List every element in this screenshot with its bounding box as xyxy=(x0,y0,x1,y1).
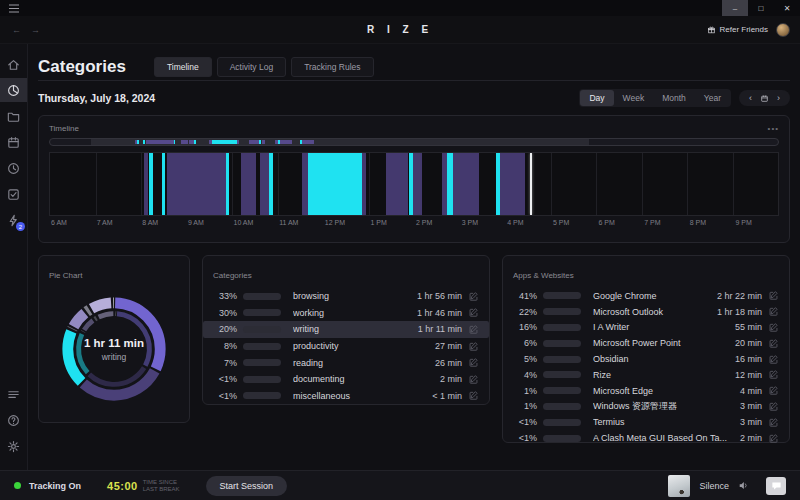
timeline-menu-button[interactable]: ••• xyxy=(768,124,779,133)
edit-icon[interactable] xyxy=(768,290,779,301)
sidebar-item-home[interactable] xyxy=(0,52,27,76)
hour-label: 9 PM xyxy=(733,219,751,226)
app-row[interactable]: <1%A Clash Meta GUI Based On Ta...2 min xyxy=(513,430,779,446)
tab-bar: TimelineActivity LogTracking Rules xyxy=(154,57,374,77)
activity-segment xyxy=(167,153,226,215)
refer-friends-button[interactable]: Refer Friends xyxy=(707,25,768,35)
sidebar-item-zap[interactable]: 2 xyxy=(0,208,27,232)
edit-icon[interactable] xyxy=(468,307,479,318)
duration-label: 1 hr 18 min xyxy=(717,307,762,317)
sidebar-item-menu-lines[interactable] xyxy=(0,382,27,406)
category-row[interactable]: 30%working1 hr 46 min xyxy=(213,305,479,322)
usage-bar xyxy=(543,403,581,410)
percent-label: 5% xyxy=(513,354,537,364)
usage-bar xyxy=(243,376,281,383)
usage-bar xyxy=(543,292,581,299)
app-row[interactable]: 1%Windows 资源管理器3 min xyxy=(513,399,779,415)
category-row[interactable]: 8%productivity27 min xyxy=(213,338,479,355)
category-row[interactable]: 7%reading26 min xyxy=(213,354,479,371)
sidebar-spacer xyxy=(0,234,27,382)
sidebar-item-folder[interactable] xyxy=(0,104,27,128)
scrubber-segment xyxy=(194,140,196,144)
app-row[interactable]: 4%Rize12 min xyxy=(513,367,779,383)
scrubber-segment xyxy=(137,140,139,144)
edit-icon[interactable] xyxy=(468,291,479,302)
duration-label: 26 min xyxy=(435,358,462,368)
range-option-day[interactable]: Day xyxy=(580,90,613,106)
activity-segment xyxy=(308,153,362,215)
category-row[interactable]: <1%miscellaneous< 1 min xyxy=(213,388,479,405)
chat-bubble-button[interactable] xyxy=(766,477,786,495)
category-row[interactable]: <1%documenting2 min xyxy=(213,371,479,388)
app-row[interactable]: 6%Microsoft Power Point20 min xyxy=(513,335,779,351)
maximize-button[interactable]: □ xyxy=(748,0,774,16)
scrubber-segment xyxy=(280,140,292,144)
sidebar-item-pie-chart[interactable] xyxy=(0,78,27,102)
activity-segment xyxy=(162,153,165,215)
calendar-picker-icon[interactable] xyxy=(760,94,769,103)
activity-segment xyxy=(149,153,153,215)
sidebar-item-settings[interactable] xyxy=(0,434,27,458)
album-art-thumbnail[interactable] xyxy=(668,475,690,497)
tab-timeline[interactable]: Timeline xyxy=(154,57,212,77)
menu-lines-icon xyxy=(6,387,21,402)
edit-icon[interactable] xyxy=(468,390,479,401)
usage-bar xyxy=(243,326,281,333)
edit-icon[interactable] xyxy=(768,385,779,396)
scrubber-segment xyxy=(146,140,174,144)
duration-label: 3 min xyxy=(740,417,762,427)
edit-icon[interactable] xyxy=(468,324,479,335)
timeline-scrubber[interactable] xyxy=(49,138,779,146)
category-row[interactable]: 33%browsing1 hr 56 min xyxy=(213,288,479,305)
prev-date-button[interactable]: ‹ xyxy=(749,93,752,103)
edit-icon[interactable] xyxy=(468,357,479,368)
avatar[interactable] xyxy=(776,23,790,37)
hamburger-menu-icon[interactable] xyxy=(9,4,19,13)
start-session-button[interactable]: Start Session xyxy=(206,476,288,496)
tab-tracking-rules[interactable]: Tracking Rules xyxy=(291,57,373,77)
range-option-week[interactable]: Week xyxy=(614,90,654,106)
back-button[interactable]: ← xyxy=(12,25,21,35)
apps-websites-panel: Apps & Websites 41%Google Chrome2 hr 22 … xyxy=(502,255,790,443)
app-row[interactable]: 1%Microsoft Edge4 min xyxy=(513,383,779,399)
sidebar-item-check-square[interactable] xyxy=(0,182,27,206)
sidebar-item-clock[interactable] xyxy=(0,156,27,180)
speaker-icon[interactable] xyxy=(738,480,749,491)
range-option-month[interactable]: Month xyxy=(653,90,695,106)
edit-icon[interactable] xyxy=(768,433,779,444)
forward-button[interactable]: → xyxy=(31,25,40,35)
tracking-status-dot xyxy=(14,482,21,489)
app-row[interactable]: 5%Obsidian16 min xyxy=(513,351,779,367)
tab-activity-log[interactable]: Activity Log xyxy=(217,57,286,77)
edit-icon[interactable] xyxy=(768,338,779,349)
edit-icon[interactable] xyxy=(768,401,779,412)
apps-panel-title: Apps & Websites xyxy=(513,271,574,280)
app-row[interactable]: 41%Google Chrome2 hr 22 min xyxy=(513,288,779,304)
category-row[interactable]: 20%writing1 hr 11 min xyxy=(203,321,489,338)
duration-label: 27 min xyxy=(435,341,462,351)
hour-gridline xyxy=(369,153,370,215)
minimize-button[interactable]: – xyxy=(722,0,748,16)
page-title: Categories xyxy=(38,57,126,77)
edit-icon[interactable] xyxy=(768,369,779,380)
edit-icon[interactable] xyxy=(768,354,779,365)
app-row[interactable]: <1%Termius3 min xyxy=(513,414,779,430)
duration-label: 1 hr 46 min xyxy=(417,308,462,318)
hour-label: 7 AM xyxy=(95,219,113,226)
edit-icon[interactable] xyxy=(468,374,479,385)
next-date-button[interactable]: › xyxy=(777,93,780,103)
usage-bar xyxy=(543,387,581,394)
edit-icon[interactable] xyxy=(768,306,779,317)
app-row[interactable]: 16%I A Writer55 min xyxy=(513,320,779,336)
edit-icon[interactable] xyxy=(768,322,779,333)
hour-label: 1 PM xyxy=(368,219,386,226)
app-row[interactable]: 22%Microsoft Outlook1 hr 18 min xyxy=(513,304,779,320)
sidebar-item-calendar[interactable] xyxy=(0,130,27,154)
duration-label: 1 hr 11 min xyxy=(418,324,462,334)
sidebar-item-help-circle[interactable] xyxy=(0,408,27,432)
close-button[interactable]: ✕ xyxy=(774,0,800,16)
edit-icon[interactable] xyxy=(768,417,779,428)
range-option-year[interactable]: Year xyxy=(695,90,730,106)
hour-label: 8 PM xyxy=(688,219,706,226)
edit-icon[interactable] xyxy=(468,341,479,352)
